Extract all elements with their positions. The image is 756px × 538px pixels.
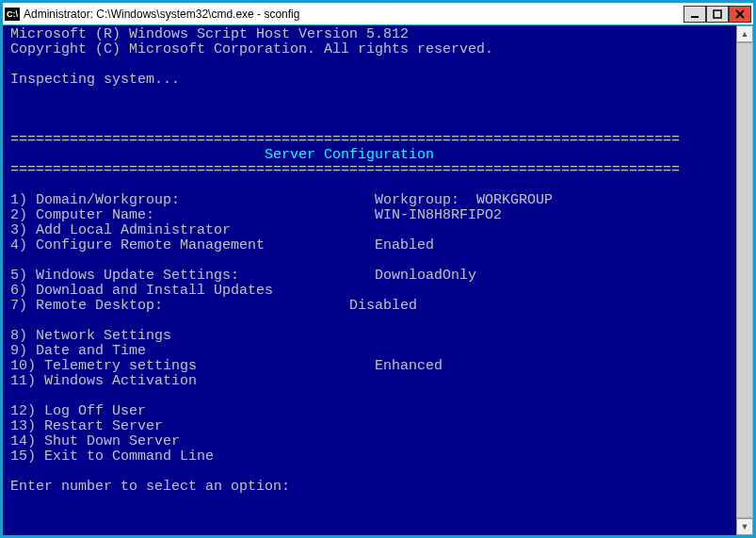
vertical-scrollbar[interactable]: ▲ ▼ [736, 25, 753, 535]
option-1[interactable]: 1) Domain/Workgroup:Workgroup: WORKGROUP [10, 192, 553, 208]
header-line-1: Microsoft (R) Windows Script Host Versio… [10, 26, 409, 42]
option-12[interactable]: 12) Log Off User [10, 403, 375, 419]
svg-rect-1 [714, 10, 721, 18]
window-title: Administrator: C:\Windows\system32\cmd.e… [24, 8, 684, 21]
console-icon: C:\ [5, 8, 20, 21]
close-button[interactable] [729, 6, 751, 23]
option-13[interactable]: 13) Restart Server [10, 418, 375, 434]
prompt-text: Enter number to select an option: [10, 479, 298, 495]
terminal-content[interactable]: Microsoft (R) Windows Script Host Versio… [3, 25, 736, 535]
option-14[interactable]: 14) Shut Down Server [10, 433, 375, 449]
scroll-thumb[interactable] [736, 42, 753, 518]
header-line-2: Copyright (C) Microsoft Corporation. All… [10, 41, 493, 57]
config-title: Server Configuration [10, 147, 680, 163]
command-prompt-window: C:\ Administrator: C:\Windows\system32\c… [0, 0, 756, 538]
inspecting-line: Inspecting system... [10, 72, 180, 88]
option-11[interactable]: 11) Windows Activation [10, 373, 375, 389]
divider-bottom: ========================================… [10, 162, 680, 178]
scroll-down-button[interactable]: ▼ [736, 518, 753, 535]
option-6[interactable]: 6) Download and Install Updates [10, 283, 375, 299]
option-10[interactable]: 10) Telemetry settingsEnhanced [10, 358, 442, 374]
scroll-up-button[interactable]: ▲ [736, 25, 753, 42]
option-7[interactable]: 7) Remote Desktop:Disabled [10, 298, 417, 314]
titlebar[interactable]: C:\ Administrator: C:\Windows\system32\c… [3, 3, 753, 25]
divider-top: ========================================… [10, 132, 680, 148]
scroll-track[interactable] [736, 42, 753, 518]
maximize-button[interactable] [706, 6, 729, 23]
option-2[interactable]: 2) Computer Name:WIN-IN8H8RFIPO2 [10, 207, 502, 223]
option-9[interactable]: 9) Date and Time [10, 343, 375, 359]
option-3[interactable]: 3) Add Local Administrator [10, 222, 375, 238]
option-8[interactable]: 8) Network Settings [10, 328, 375, 344]
option-5[interactable]: 5) Windows Update Settings:DownloadOnly [10, 268, 476, 284]
option-15[interactable]: 15) Exit to Command Line [10, 448, 375, 465]
minimize-button[interactable] [684, 6, 706, 23]
option-4[interactable]: 4) Configure Remote ManagementEnabled [10, 237, 434, 253]
